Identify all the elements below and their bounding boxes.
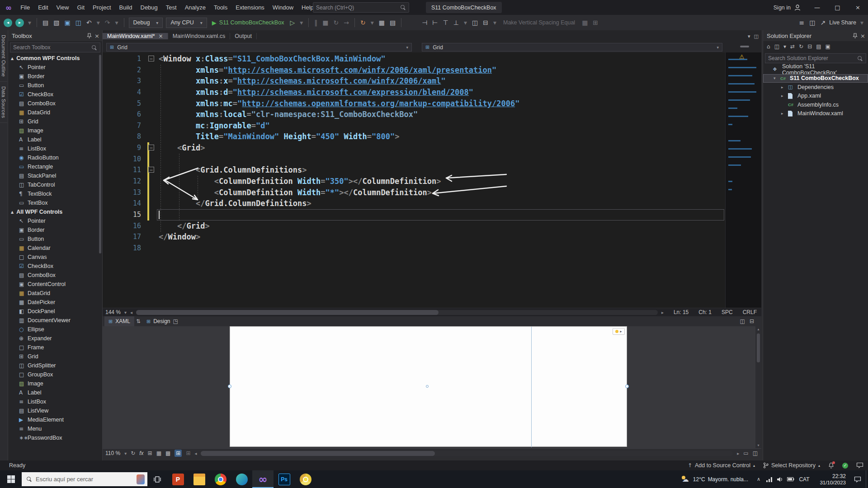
home-icon[interactable]: ⌂ (767, 43, 770, 50)
toolbox-item-documentviewer[interactable]: ▥DocumentViewer (8, 316, 102, 325)
expand-arrow-icon[interactable]: ▸ (781, 94, 786, 98)
tab-design[interactable]: ⊞ Design ◳ (142, 316, 182, 326)
code-line-5[interactable]: 5 xmlns:mc="http://schemas.openxmlformat… (103, 98, 725, 109)
close-button[interactable]: × (848, 0, 868, 15)
keyboard-layout-indicator[interactable]: CAT (796, 476, 812, 483)
expand-arrow-icon[interactable]: ▸ (781, 111, 786, 116)
sign-in-button[interactable]: Sign in (774, 0, 801, 15)
pane-layout-icon[interactable]: ▭ (743, 450, 748, 456)
close-panel-icon[interactable]: × (94, 33, 99, 39)
close-panel-icon[interactable]: × (860, 33, 865, 39)
scroll-up-icon[interactable]: ▴ (755, 327, 761, 331)
step-over-icon[interactable]: → (343, 19, 350, 27)
toolbox-section-common-wpf-controls[interactable]: ▲Common WPF Controls (8, 54, 102, 63)
solution-search-input[interactable] (768, 55, 857, 61)
toolbox-item-groupbox[interactable]: □GroupBox (8, 370, 102, 379)
toolbox-item-checkbox[interactable]: ☑CheckBox (8, 262, 102, 271)
toolbox-item-calendar[interactable]: ▦Calendar (8, 244, 102, 253)
live-visual-tree-icon[interactable]: ▦ (378, 19, 386, 27)
xaml-code-editor[interactable]: 1–<Window x:Class="S11_ComboBoxCheckBox.… (103, 52, 761, 308)
spacing-caret-icon[interactable]: ▾ (492, 19, 497, 27)
taskbar-search-box[interactable] (22, 472, 147, 486)
undo-icon[interactable]: ↶ (85, 19, 93, 27)
element-dropdown-left[interactable]: ⊞ Grid ▾ (106, 43, 412, 52)
tab-output[interactable]: Output (230, 33, 257, 39)
new-project-icon[interactable]: ▤ (42, 19, 49, 27)
start-button[interactable] (0, 470, 22, 488)
toolbox-item-mediaelement[interactable]: ▶MediaElement (8, 415, 102, 424)
taskbar-app-edge[interactable] (231, 470, 252, 488)
collapse-all-icon[interactable]: ⊟ (807, 43, 812, 50)
center-handle[interactable] (426, 385, 429, 388)
designer-horizontal-scrollbar[interactable] (201, 451, 733, 456)
toolbox-item-button[interactable]: ▭Button (8, 81, 102, 90)
quick-search-input[interactable] (316, 5, 400, 11)
save-icon[interactable]: ▣ (64, 19, 71, 27)
restore-button[interactable]: □ (827, 0, 848, 15)
hot-reload-icon[interactable]: ↻ (359, 19, 367, 27)
expand-arrow-icon[interactable]: ▾ (774, 76, 778, 80)
add-to-source-control-button[interactable]: ↑ Add to Source Control ▴ (688, 462, 755, 469)
redo-caret-icon[interactable]: ▾ (114, 19, 119, 27)
clock[interactable]: 22:32 31/10/2023 (812, 473, 849, 486)
taskbar-search-input[interactable] (36, 476, 133, 483)
horizontal-scrollbar[interactable] (136, 310, 658, 315)
code-line-17[interactable]: 17</Window> (103, 231, 725, 243)
align-caret-icon[interactable]: ▾ (463, 19, 468, 27)
menu-build[interactable]: Build (115, 0, 137, 15)
tab-mainwindow-xaml-cs[interactable]: MainWindow.xaml.cs (168, 33, 231, 39)
start-debugging-button[interactable]: ▶S11 ComboBoxCheckBox (210, 19, 286, 26)
scrollbar-thumb[interactable] (136, 310, 439, 315)
open-file-icon[interactable]: ▧ (52, 19, 60, 27)
toolbox-section-all-wpf-controls[interactable]: ▲All WPF Controls (8, 207, 102, 216)
toolbox-item-grid[interactable]: ⊞Grid (8, 117, 102, 126)
code-line-14[interactable]: 14 </Grid.ColumnDefinitions> (103, 198, 725, 209)
feedback-icon[interactable] (856, 462, 863, 469)
toolbox-item-grid[interactable]: ⊞Grid (8, 352, 102, 361)
vertical-split-icon[interactable]: ◫ (740, 318, 745, 324)
fold-collapse-icon[interactable]: – (148, 167, 154, 173)
tree-item-solution-s11-comboboxcheckbox[interactable]: ❖Solution 'S11 ComboBoxCheckBox' (763, 65, 868, 74)
grid-visibility-icon[interactable]: ▦ (581, 19, 589, 27)
split-window-icon[interactable]: ◫ (754, 33, 759, 39)
tree-item-app-xaml[interactable]: ▸App.xaml (763, 92, 868, 101)
design-vertical-scrollbar[interactable]: ▴ ▾ (755, 326, 761, 448)
show-all-files-icon[interactable]: ▤ (816, 43, 821, 50)
toolbox-item-listview[interactable]: ▤ListView (8, 406, 102, 415)
live-share-button[interactable]: ↗Live Share (819, 19, 856, 27)
configuration-dropdown[interactable]: Debug▾ (129, 18, 163, 28)
toolbox-item-radiobutton[interactable]: ◉RadioButton (8, 153, 102, 162)
toolbox-item-canvas[interactable]: □Canvas (8, 253, 102, 262)
scroll-down-icon[interactable]: ▾ (755, 443, 761, 447)
expand-arrow-icon[interactable]: ▸ (781, 85, 786, 89)
align-tops-icon[interactable]: ⊤ (442, 19, 449, 27)
minimize-button[interactable]: — (807, 0, 827, 15)
taskbar-app-powerpoint[interactable]: P (167, 470, 189, 488)
element-dropdown-right[interactable]: ⊞ Grid ▾ (422, 43, 722, 52)
menu-git[interactable]: Git (73, 0, 89, 15)
toolbox-item-label[interactable]: ALabel (8, 388, 102, 397)
document-outline-icon[interactable]: ▤ (389, 19, 396, 27)
scrollbar-thumb[interactable] (201, 451, 435, 456)
code-line-16[interactable]: 16 </Grid> (103, 221, 725, 232)
menu-edit[interactable]: Edit (34, 0, 52, 15)
chevron-down-icon[interactable]: ▾ (748, 33, 750, 39)
scroll-left-icon[interactable]: ◂ (130, 310, 132, 315)
volume-icon[interactable] (774, 470, 785, 488)
run-caret-icon[interactable]: ▾ (299, 19, 304, 27)
swap-panes-icon[interactable]: ⇅ (136, 318, 141, 324)
taskbar-app-chrome[interactable] (210, 470, 231, 488)
weather-widget[interactable]: ☁ 12°C Mayorm. nubla... (681, 475, 754, 483)
toolbox-search-input[interactable] (13, 44, 91, 51)
tree-item-s11-comboboxcheckbox[interactable]: ▾C#S11 ComboBoxCheckBox (763, 74, 868, 83)
search-highlights-icon[interactable] (137, 474, 145, 484)
toolbox-item-frame[interactable]: □Frame (8, 343, 102, 352)
close-tab-icon[interactable]: × (159, 33, 163, 39)
menu-extensions[interactable]: Extensions (231, 0, 269, 15)
resize-handle-left[interactable] (228, 385, 231, 388)
tree-item-assemblyinfo-cs[interactable]: C#AssemblyInfo.cs (763, 100, 868, 109)
show-desktop-button[interactable] (866, 470, 868, 488)
undo-caret-icon[interactable]: ▾ (96, 19, 101, 27)
side-tab-document-outline[interactable]: Document Outline (0, 30, 7, 82)
toolbox-item-image[interactable]: ▨Image (8, 126, 102, 135)
